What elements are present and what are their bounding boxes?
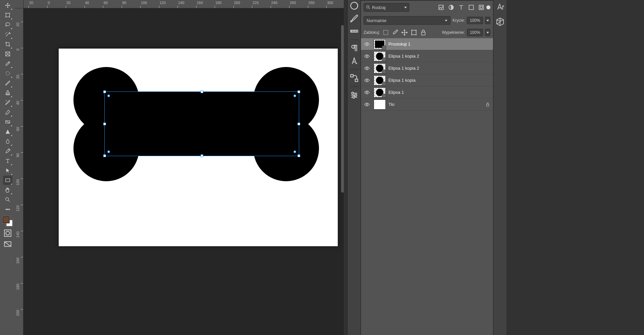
tool-frame[interactable] xyxy=(3,49,12,59)
tool-eyedropper[interactable] xyxy=(3,59,12,68)
filter-pixel-icon[interactable] xyxy=(437,4,445,11)
adjustments-panel-icon[interactable] xyxy=(349,90,359,100)
brushes-panel-icon[interactable] xyxy=(349,13,359,23)
tool-stamp[interactable] xyxy=(3,88,12,97)
layer-row[interactable]: Elipsa 1 kopia xyxy=(361,74,493,86)
svg-point-8 xyxy=(9,209,10,210)
tool-eraser[interactable] xyxy=(3,108,12,117)
filter-shape-icon[interactable] xyxy=(468,4,475,11)
fill-dropdown[interactable] xyxy=(485,29,490,36)
layer-thumbnail xyxy=(374,39,386,49)
3d-panel-icon[interactable] xyxy=(495,17,505,27)
blend-mode-value: Normalnie xyxy=(367,18,386,23)
opacity-dropdown[interactable] xyxy=(485,17,490,24)
scrollbar-thumb[interactable] xyxy=(341,25,344,193)
svg-rect-24 xyxy=(480,6,483,9)
layer-thumbnail xyxy=(374,99,386,110)
svg-point-29 xyxy=(366,55,368,57)
layer-row[interactable]: Elipsa 1 kopia 2 xyxy=(361,62,493,74)
tool-more[interactable] xyxy=(3,205,12,214)
tool-healing[interactable] xyxy=(3,69,12,78)
paths-panel-icon[interactable] xyxy=(349,73,359,83)
layer-thumbnail xyxy=(374,51,386,61)
measurement-panel-icon[interactable] xyxy=(349,26,359,36)
ruler-corner xyxy=(15,0,23,8)
tool-path-select[interactable] xyxy=(3,166,12,175)
far-right-strip xyxy=(493,0,506,335)
layer-thumbnail xyxy=(374,87,386,97)
glyphs-panel-icon[interactable] xyxy=(495,2,505,12)
visibility-eye-icon[interactable] xyxy=(363,65,371,71)
layer-name-label: Elipsa 1 kopia 2 xyxy=(388,54,482,59)
svg-point-16 xyxy=(352,92,354,94)
lock-fill-bar: Zablokuj: Wypełnienie: 100% xyxy=(361,27,493,38)
svg-point-31 xyxy=(366,79,368,81)
layer-row[interactable]: Tło xyxy=(361,98,493,111)
color-panel-icon[interactable] xyxy=(349,1,359,11)
chevron-down-icon xyxy=(404,7,407,8)
visibility-eye-icon[interactable] xyxy=(363,89,371,95)
svg-point-32 xyxy=(366,91,368,93)
svg-rect-20 xyxy=(439,5,443,9)
svg-rect-9 xyxy=(4,230,11,237)
visibility-eye-icon[interactable] xyxy=(363,41,371,47)
lock-transparency-icon[interactable] xyxy=(382,29,389,36)
visibility-eye-icon[interactable] xyxy=(363,102,371,108)
ruler-horizontal: 2002040608010012014016018020022024026028… xyxy=(23,0,344,8)
opacity-value[interactable]: 100% xyxy=(467,17,483,24)
layer-lock-icon xyxy=(484,102,491,107)
paragraph-panel-icon[interactable] xyxy=(349,43,359,53)
tool-pen[interactable] xyxy=(3,146,12,156)
character-panel-icon[interactable] xyxy=(349,56,359,66)
visibility-eye-icon[interactable] xyxy=(363,77,371,83)
tool-history-brush[interactable] xyxy=(3,98,12,107)
svg-point-19 xyxy=(367,6,369,8)
filter-type-icon[interactable] xyxy=(458,4,465,11)
svg-rect-23 xyxy=(479,5,483,9)
layer-name-label: Elipsa 1 kopia 2 xyxy=(388,66,482,71)
svg-point-17 xyxy=(355,94,357,96)
lock-pixels-icon[interactable] xyxy=(391,29,399,36)
tool-blur[interactable] xyxy=(3,137,12,146)
layer-filter-bar: Rodzaj xyxy=(361,1,493,14)
layer-row[interactable]: Prostokąt 1 xyxy=(361,38,493,50)
layer-name-label: Elipsa 1 kopia xyxy=(388,78,482,83)
filter-kind-dropdown[interactable]: Rodzaj xyxy=(364,3,409,12)
color-swatches[interactable] xyxy=(3,216,13,226)
tool-zoom[interactable] xyxy=(3,195,12,204)
quick-mask-icon[interactable] xyxy=(3,228,12,238)
layer-row[interactable]: Elipsa 1 xyxy=(361,86,493,98)
lock-artboard-icon[interactable] xyxy=(410,29,418,36)
foreground-color-swatch[interactable] xyxy=(3,216,9,223)
svg-point-7 xyxy=(7,209,8,210)
layer-thumbnail xyxy=(374,63,386,73)
filter-adjustment-icon[interactable] xyxy=(447,4,455,11)
tool-artboard[interactable] xyxy=(3,10,12,20)
tool-rectangle[interactable] xyxy=(3,176,12,185)
blend-mode-dropdown[interactable]: Normalnie xyxy=(364,16,450,25)
layer-row[interactable]: Elipsa 1 kopia 2 xyxy=(361,50,493,62)
visibility-eye-icon[interactable] xyxy=(363,53,371,59)
svg-point-30 xyxy=(366,67,368,69)
svg-rect-14 xyxy=(351,75,353,77)
svg-rect-25 xyxy=(383,30,388,35)
tool-triangle[interactable] xyxy=(3,127,12,136)
screen-mode-icon[interactable] xyxy=(3,240,12,249)
tool-type[interactable] xyxy=(3,156,12,165)
scrollbar-vertical[interactable] xyxy=(341,8,345,335)
lock-all-icon[interactable] xyxy=(420,29,427,36)
tool-move[interactable] xyxy=(3,1,12,10)
tool-brush[interactable] xyxy=(3,78,12,88)
tool-gradient[interactable] xyxy=(3,117,12,127)
lock-position-icon[interactable] xyxy=(401,29,408,36)
canvas-area[interactable] xyxy=(23,8,344,335)
filter-toggle[interactable] xyxy=(486,5,490,9)
fill-value[interactable]: 100% xyxy=(467,29,483,36)
tool-lasso[interactable] xyxy=(3,20,12,29)
lock-label: Zablokuj: xyxy=(364,30,380,35)
tool-crop[interactable] xyxy=(3,40,12,49)
toolbar xyxy=(0,0,15,335)
tool-wand[interactable] xyxy=(3,30,12,39)
tool-hand[interactable] xyxy=(3,185,12,195)
filter-smartobject-icon[interactable] xyxy=(478,4,485,11)
